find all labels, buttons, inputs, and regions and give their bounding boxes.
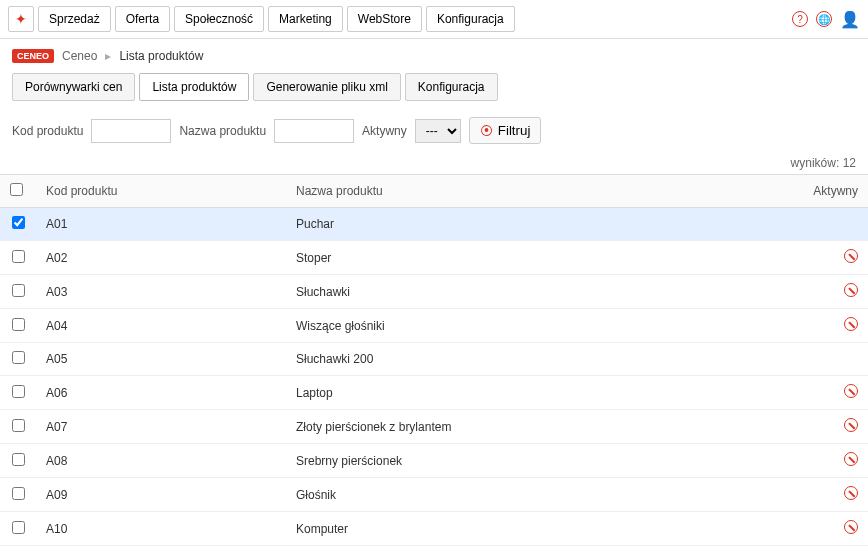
tab-lista-produktow[interactable]: Lista produktów	[139, 73, 249, 101]
row-name: Wiszące głośniki	[286, 309, 803, 343]
header-name[interactable]: Nazwa produktu	[286, 175, 803, 208]
inactive-icon[interactable]	[844, 520, 858, 534]
row-code: A02	[36, 241, 286, 275]
top-navbar: ✦ Sprzedaż Oferta Społeczność Marketing …	[0, 0, 868, 39]
logo-icon: ✦	[15, 11, 27, 27]
nav-marketing[interactable]: Marketing	[268, 6, 343, 32]
results-count: wyników: 12	[0, 152, 868, 174]
name-input[interactable]	[274, 119, 354, 143]
row-checkbox[interactable]	[12, 419, 25, 432]
table-row[interactable]: A09Głośnik	[0, 478, 868, 512]
row-checkbox[interactable]	[12, 521, 25, 534]
select-all-checkbox[interactable]	[10, 183, 23, 196]
inactive-icon[interactable]	[844, 486, 858, 500]
table-row[interactable]: A11Aparat GoodPix 130ES	[0, 546, 868, 551]
ceneo-badge: CENEO	[12, 49, 54, 63]
active-select[interactable]: ---	[415, 119, 461, 143]
row-code: A09	[36, 478, 286, 512]
row-checkbox[interactable]	[12, 351, 25, 364]
row-checkbox[interactable]	[12, 487, 25, 500]
row-name: Komputer	[286, 512, 803, 546]
row-name: Laptop	[286, 376, 803, 410]
row-name: Złoty pierścionek z brylantem	[286, 410, 803, 444]
tabs: Porównywarki cen Lista produktów Generow…	[0, 73, 868, 109]
help-icon[interactable]: ?	[792, 11, 808, 27]
active-label: Aktywny	[362, 124, 407, 138]
inactive-icon[interactable]	[844, 283, 858, 297]
code-input[interactable]	[91, 119, 171, 143]
inactive-icon[interactable]	[844, 418, 858, 432]
table-row[interactable]: A08Srebrny pierścionek	[0, 444, 868, 478]
globe-icon[interactable]: 🌐	[816, 11, 832, 27]
nav-spolecznosc[interactable]: Społeczność	[174, 6, 264, 32]
table-row[interactable]: A01Puchar	[0, 208, 868, 241]
nav-oferta[interactable]: Oferta	[115, 6, 170, 32]
row-name: Puchar	[286, 208, 803, 241]
user-icon[interactable]: 👤	[840, 10, 860, 29]
inactive-icon[interactable]	[844, 384, 858, 398]
row-code: A05	[36, 343, 286, 376]
tab-konfiguracja[interactable]: Konfiguracja	[405, 73, 498, 101]
inactive-icon[interactable]	[844, 317, 858, 331]
row-name: Słuchawki	[286, 275, 803, 309]
row-code: A04	[36, 309, 286, 343]
tab-generowanie-xml[interactable]: Generowanie pliku xml	[253, 73, 400, 101]
row-code: A08	[36, 444, 286, 478]
tab-porownywarki[interactable]: Porównywarki cen	[12, 73, 135, 101]
inactive-icon[interactable]	[844, 249, 858, 263]
row-code: A10	[36, 512, 286, 546]
row-checkbox[interactable]	[12, 250, 25, 263]
code-label: Kod produktu	[12, 124, 83, 138]
row-name: Aparat GoodPix 130ES	[286, 546, 803, 551]
row-code: A01	[36, 208, 286, 241]
header-active[interactable]: Aktywny	[803, 175, 868, 208]
row-name: Stoper	[286, 241, 803, 275]
table-row[interactable]: A07Złoty pierścionek z brylantem	[0, 410, 868, 444]
products-table: Kod produktu Nazwa produktu Aktywny A01P…	[0, 174, 868, 550]
row-code: A07	[36, 410, 286, 444]
row-checkbox[interactable]	[12, 216, 25, 229]
nav-sprzedaz[interactable]: Sprzedaż	[38, 6, 111, 32]
filter-button[interactable]: ⦿ Filtruj	[469, 117, 542, 144]
nav-webstore[interactable]: WebStore	[347, 6, 422, 32]
breadcrumb-root[interactable]: Ceneo	[62, 49, 97, 63]
row-code: A11	[36, 546, 286, 551]
header-code[interactable]: Kod produktu	[36, 175, 286, 208]
row-checkbox[interactable]	[12, 385, 25, 398]
row-code: A03	[36, 275, 286, 309]
filter-bar: Kod produktu Nazwa produktu Aktywny --- …	[0, 109, 868, 152]
row-checkbox[interactable]	[12, 453, 25, 466]
row-code: A06	[36, 376, 286, 410]
inactive-icon[interactable]	[844, 452, 858, 466]
breadcrumb-separator: ▸	[105, 49, 111, 63]
table-row[interactable]: A05Słuchawki 200	[0, 343, 868, 376]
breadcrumb: CENEO Ceneo ▸ Lista produktów	[0, 39, 868, 73]
row-checkbox[interactable]	[12, 318, 25, 331]
table-row[interactable]: A03Słuchawki	[0, 275, 868, 309]
row-name: Głośnik	[286, 478, 803, 512]
name-label: Nazwa produktu	[179, 124, 266, 138]
search-icon: ⦿	[480, 123, 493, 138]
row-name: Srebrny pierścionek	[286, 444, 803, 478]
logo-button[interactable]: ✦	[8, 6, 34, 32]
nav-konfiguracja[interactable]: Konfiguracja	[426, 6, 515, 32]
table-row[interactable]: A02Stoper	[0, 241, 868, 275]
filter-button-label: Filtruj	[498, 123, 531, 138]
table-row[interactable]: A06Laptop	[0, 376, 868, 410]
table-row[interactable]: A04Wiszące głośniki	[0, 309, 868, 343]
row-name: Słuchawki 200	[286, 343, 803, 376]
breadcrumb-current: Lista produktów	[119, 49, 203, 63]
row-checkbox[interactable]	[12, 284, 25, 297]
table-row[interactable]: A10Komputer	[0, 512, 868, 546]
